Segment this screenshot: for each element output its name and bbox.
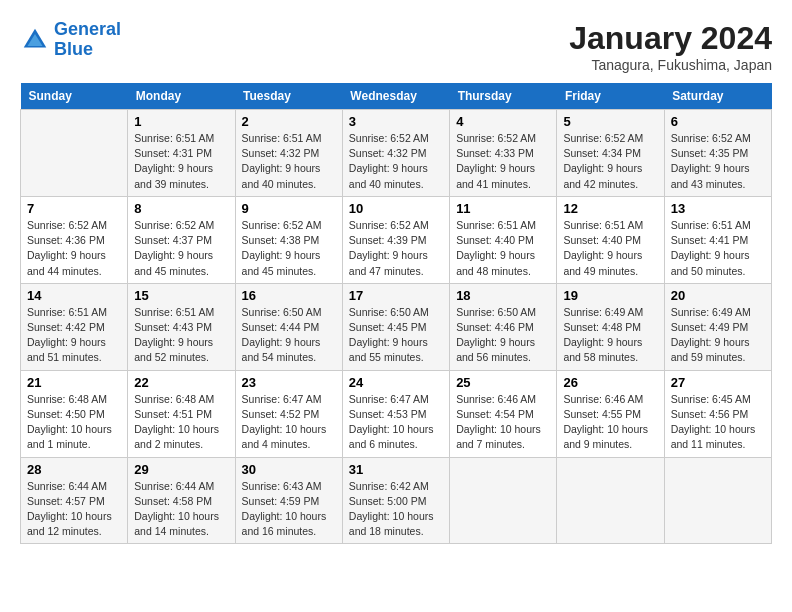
day-number: 17 [349,288,443,303]
logo-icon [20,25,50,55]
day-info: Sunrise: 6:50 AM Sunset: 4:45 PM Dayligh… [349,305,443,366]
day-number: 5 [563,114,657,129]
calendar-cell: 12Sunrise: 6:51 AM Sunset: 4:40 PM Dayli… [557,196,664,283]
day-number: 10 [349,201,443,216]
day-number: 20 [671,288,765,303]
week-row-5: 28Sunrise: 6:44 AM Sunset: 4:57 PM Dayli… [21,457,772,544]
day-number: 15 [134,288,228,303]
calendar-cell: 2Sunrise: 6:51 AM Sunset: 4:32 PM Daylig… [235,110,342,197]
day-info: Sunrise: 6:52 AM Sunset: 4:35 PM Dayligh… [671,131,765,192]
calendar-cell: 10Sunrise: 6:52 AM Sunset: 4:39 PM Dayli… [342,196,449,283]
calendar-cell: 5Sunrise: 6:52 AM Sunset: 4:34 PM Daylig… [557,110,664,197]
day-number: 13 [671,201,765,216]
day-number: 2 [242,114,336,129]
calendar-cell: 3Sunrise: 6:52 AM Sunset: 4:32 PM Daylig… [342,110,449,197]
day-info: Sunrise: 6:52 AM Sunset: 4:32 PM Dayligh… [349,131,443,192]
week-row-4: 21Sunrise: 6:48 AM Sunset: 4:50 PM Dayli… [21,370,772,457]
day-number: 12 [563,201,657,216]
day-info: Sunrise: 6:48 AM Sunset: 4:50 PM Dayligh… [27,392,121,453]
day-info: Sunrise: 6:47 AM Sunset: 4:53 PM Dayligh… [349,392,443,453]
calendar-cell: 26Sunrise: 6:46 AM Sunset: 4:55 PM Dayli… [557,370,664,457]
day-number: 11 [456,201,550,216]
day-info: Sunrise: 6:50 AM Sunset: 4:46 PM Dayligh… [456,305,550,366]
day-number: 6 [671,114,765,129]
calendar-cell [557,457,664,544]
day-number: 21 [27,375,121,390]
day-header-sunday: Sunday [21,83,128,110]
calendar-cell: 16Sunrise: 6:50 AM Sunset: 4:44 PM Dayli… [235,283,342,370]
day-info: Sunrise: 6:45 AM Sunset: 4:56 PM Dayligh… [671,392,765,453]
day-number: 9 [242,201,336,216]
calendar-cell: 28Sunrise: 6:44 AM Sunset: 4:57 PM Dayli… [21,457,128,544]
week-row-2: 7Sunrise: 6:52 AM Sunset: 4:36 PM Daylig… [21,196,772,283]
calendar-cell: 21Sunrise: 6:48 AM Sunset: 4:50 PM Dayli… [21,370,128,457]
day-info: Sunrise: 6:42 AM Sunset: 5:00 PM Dayligh… [349,479,443,540]
logo-line1: General [54,19,121,39]
day-number: 27 [671,375,765,390]
week-row-3: 14Sunrise: 6:51 AM Sunset: 4:42 PM Dayli… [21,283,772,370]
day-info: Sunrise: 6:50 AM Sunset: 4:44 PM Dayligh… [242,305,336,366]
calendar-cell: 25Sunrise: 6:46 AM Sunset: 4:54 PM Dayli… [450,370,557,457]
day-number: 25 [456,375,550,390]
calendar-cell: 29Sunrise: 6:44 AM Sunset: 4:58 PM Dayli… [128,457,235,544]
day-info: Sunrise: 6:52 AM Sunset: 4:39 PM Dayligh… [349,218,443,279]
calendar-cell: 27Sunrise: 6:45 AM Sunset: 4:56 PM Dayli… [664,370,771,457]
calendar-cell: 19Sunrise: 6:49 AM Sunset: 4:48 PM Dayli… [557,283,664,370]
calendar-table: SundayMondayTuesdayWednesdayThursdayFrid… [20,83,772,544]
day-number: 1 [134,114,228,129]
day-number: 8 [134,201,228,216]
logo-line2: Blue [54,39,93,59]
logo: General Blue [20,20,121,60]
calendar-cell [21,110,128,197]
day-info: Sunrise: 6:51 AM Sunset: 4:43 PM Dayligh… [134,305,228,366]
calendar-cell: 13Sunrise: 6:51 AM Sunset: 4:41 PM Dayli… [664,196,771,283]
day-number: 30 [242,462,336,477]
calendar-cell: 14Sunrise: 6:51 AM Sunset: 4:42 PM Dayli… [21,283,128,370]
month-title: January 2024 [569,20,772,57]
day-header-friday: Friday [557,83,664,110]
day-info: Sunrise: 6:49 AM Sunset: 4:48 PM Dayligh… [563,305,657,366]
day-info: Sunrise: 6:46 AM Sunset: 4:54 PM Dayligh… [456,392,550,453]
day-info: Sunrise: 6:48 AM Sunset: 4:51 PM Dayligh… [134,392,228,453]
calendar-cell: 23Sunrise: 6:47 AM Sunset: 4:52 PM Dayli… [235,370,342,457]
calendar-cell: 15Sunrise: 6:51 AM Sunset: 4:43 PM Dayli… [128,283,235,370]
day-number: 26 [563,375,657,390]
calendar-header-row: SundayMondayTuesdayWednesdayThursdayFrid… [21,83,772,110]
logo-text: General Blue [54,20,121,60]
calendar-cell: 7Sunrise: 6:52 AM Sunset: 4:36 PM Daylig… [21,196,128,283]
day-number: 28 [27,462,121,477]
day-header-wednesday: Wednesday [342,83,449,110]
day-header-tuesday: Tuesday [235,83,342,110]
day-info: Sunrise: 6:52 AM Sunset: 4:38 PM Dayligh… [242,218,336,279]
day-number: 22 [134,375,228,390]
calendar-cell: 24Sunrise: 6:47 AM Sunset: 4:53 PM Dayli… [342,370,449,457]
header: General Blue January 2024 Tanagura, Fuku… [20,20,772,73]
day-number: 19 [563,288,657,303]
day-header-thursday: Thursday [450,83,557,110]
calendar-cell: 9Sunrise: 6:52 AM Sunset: 4:38 PM Daylig… [235,196,342,283]
day-info: Sunrise: 6:51 AM Sunset: 4:41 PM Dayligh… [671,218,765,279]
calendar-cell: 8Sunrise: 6:52 AM Sunset: 4:37 PM Daylig… [128,196,235,283]
day-number: 29 [134,462,228,477]
day-info: Sunrise: 6:52 AM Sunset: 4:36 PM Dayligh… [27,218,121,279]
calendar-cell: 18Sunrise: 6:50 AM Sunset: 4:46 PM Dayli… [450,283,557,370]
day-info: Sunrise: 6:51 AM Sunset: 4:31 PM Dayligh… [134,131,228,192]
calendar-cell: 6Sunrise: 6:52 AM Sunset: 4:35 PM Daylig… [664,110,771,197]
day-number: 18 [456,288,550,303]
day-header-monday: Monday [128,83,235,110]
calendar-cell: 22Sunrise: 6:48 AM Sunset: 4:51 PM Dayli… [128,370,235,457]
calendar-cell: 11Sunrise: 6:51 AM Sunset: 4:40 PM Dayli… [450,196,557,283]
calendar-cell: 17Sunrise: 6:50 AM Sunset: 4:45 PM Dayli… [342,283,449,370]
day-number: 4 [456,114,550,129]
day-info: Sunrise: 6:49 AM Sunset: 4:49 PM Dayligh… [671,305,765,366]
day-info: Sunrise: 6:47 AM Sunset: 4:52 PM Dayligh… [242,392,336,453]
day-number: 3 [349,114,443,129]
day-info: Sunrise: 6:51 AM Sunset: 4:32 PM Dayligh… [242,131,336,192]
day-info: Sunrise: 6:51 AM Sunset: 4:42 PM Dayligh… [27,305,121,366]
calendar-cell: 4Sunrise: 6:52 AM Sunset: 4:33 PM Daylig… [450,110,557,197]
day-number: 23 [242,375,336,390]
day-info: Sunrise: 6:43 AM Sunset: 4:59 PM Dayligh… [242,479,336,540]
day-number: 31 [349,462,443,477]
calendar-cell: 20Sunrise: 6:49 AM Sunset: 4:49 PM Dayli… [664,283,771,370]
day-number: 7 [27,201,121,216]
